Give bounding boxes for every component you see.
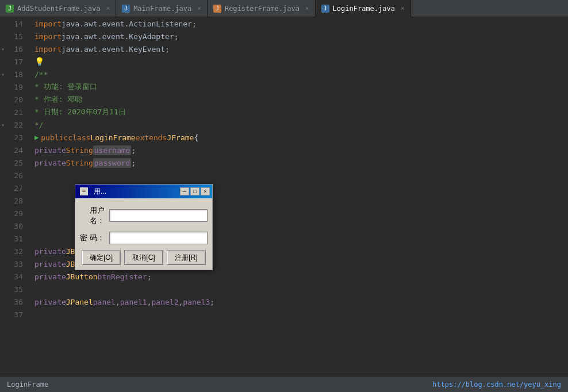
register-button[interactable]: 注册[R] — [167, 250, 206, 265]
username-input[interactable] — [109, 209, 208, 222]
code-line-19: * 功能: 登录窗口 — [34, 80, 568, 93]
status-class-name: LoginFrame — [7, 381, 48, 389]
code-line-35 — [34, 283, 568, 295]
dialog-buttons: 确定[O] 取消[C] 注册[R] — [80, 250, 208, 265]
code-line-36: private JPanel panel , panel1 , panel2 ,… — [34, 295, 568, 308]
line-30: 30 — [0, 220, 28, 232]
run-arrow-icon: ▶ — [34, 133, 39, 141]
fold-icon-18[interactable]: ▾ — [1, 71, 5, 78]
code-line-20: * 作者: 邓聪 — [34, 93, 568, 106]
code-line-23: ▶ public class LoginFrame extends JFrame… — [34, 131, 568, 144]
line-20: 20 — [0, 93, 28, 106]
password-input[interactable] — [109, 232, 208, 244]
code-line-22: */ — [34, 118, 568, 131]
username-row: 用户名： — [80, 205, 208, 226]
code-line-18: /** — [34, 68, 568, 80]
line-37: 37 — [0, 308, 28, 321]
code-line-14: import java.awt.event.ActionListener; — [34, 17, 568, 30]
dialog-controls: ─ □ × — [180, 187, 210, 195]
line-28: 28 — [0, 194, 28, 207]
code-line-24: private String username ; — [34, 144, 568, 156]
code-line-15: import java.awt.event.KeyAdapter; — [34, 30, 568, 43]
username-highlight: username — [93, 145, 132, 155]
dialog-minimize-button[interactable]: ─ — [180, 187, 189, 195]
tab-close-2[interactable]: × — [197, 5, 201, 12]
login-dialog: ☕ 用... ─ □ × 用户名： 密 码： 确定[O] 取消[C] 注册[R] — [75, 184, 213, 270]
line-24: 24 — [0, 144, 28, 156]
code-line-26 — [34, 169, 568, 182]
line-numbers: 14 15 ▾ 16 17 ▾ 18 19 20 21 ▾ 22 23 24 2… — [0, 17, 28, 376]
tab-icon-2: J — [122, 5, 130, 13]
dialog-title: 用... — [94, 187, 106, 197]
line-29: 29 — [0, 207, 28, 220]
tab-icon-1: J — [6, 5, 14, 13]
dialog-maximize-button[interactable]: □ — [190, 187, 199, 195]
fold-icon-22[interactable]: ▾ — [1, 122, 5, 128]
line-26: 26 — [0, 169, 28, 182]
line-16: ▾ 16 — [0, 43, 28, 55]
line-14: 14 — [0, 17, 28, 30]
line-36: 36 — [0, 295, 28, 308]
line-33: 33 — [0, 258, 28, 270]
line-35: 35 — [0, 283, 28, 295]
tab-bar: J AddStudentFrame.java × J MainFrame.jav… — [0, 0, 568, 17]
password-label: 密 码： — [80, 233, 105, 243]
tab-label-2: MainFrame.java — [133, 5, 191, 13]
code-line-16: import java.awt.event.KeyEvent; — [34, 43, 568, 55]
tab-close-4[interactable]: × — [401, 5, 405, 12]
line-31: 31 — [0, 232, 28, 245]
line-21: 21 — [0, 106, 28, 118]
line-34: 34 — [0, 270, 28, 283]
password-row: 密 码： — [80, 232, 208, 244]
code-line-25: private String password ; — [34, 156, 568, 169]
cancel-button[interactable]: 取消[C] — [124, 250, 163, 265]
tab-login-frame[interactable]: J LoginFrame.java × — [316, 0, 411, 17]
dialog-close-button[interactable]: × — [201, 187, 210, 195]
line-22: ▾ 22 — [0, 118, 28, 131]
code-line-17: 💡 — [34, 55, 568, 68]
ok-button[interactable]: 确定[O] — [82, 250, 121, 265]
tab-close-3[interactable]: × — [305, 5, 309, 12]
tab-register-frame[interactable]: J RegisterFrame.java × — [208, 0, 316, 17]
tab-label-1: AddStudentFrame.java — [17, 5, 101, 13]
code-line-21: * 日期: 2020年07月11日 — [34, 106, 568, 118]
line-15: 15 — [0, 30, 28, 43]
tab-add-student[interactable]: J AddStudentFrame.java × — [0, 0, 116, 17]
tab-close-1[interactable]: × — [106, 5, 110, 12]
tab-icon-4: J — [321, 5, 329, 13]
status-url: https://blog.csdn.net/yeyu_xing — [432, 381, 561, 389]
lightbulb-icon: 💡 — [34, 57, 44, 66]
code-line-34: private JButton btnRegister ; — [34, 270, 568, 283]
password-highlight: password — [93, 158, 132, 168]
tab-label-3: RegisterFrame.java — [225, 5, 300, 13]
code-line-37 — [34, 308, 568, 321]
dialog-titlebar: ☕ 用... ─ □ × — [75, 185, 212, 198]
dialog-body: 用户名： 密 码： 确定[O] 取消[C] 注册[R] — [75, 198, 212, 270]
line-18: ▾ 18 — [0, 68, 28, 80]
line-25: 25 — [0, 156, 28, 169]
tab-label-4: LoginFrame.java — [333, 5, 395, 13]
line-27: 27 — [0, 182, 28, 194]
tab-main-frame[interactable]: J MainFrame.java × — [116, 0, 208, 17]
fold-icon-16[interactable]: ▾ — [1, 46, 5, 52]
status-bar: LoginFrame https://blog.csdn.net/yeyu_xi… — [0, 376, 568, 392]
username-label: 用户名： — [80, 205, 105, 226]
line-19: 19 — [0, 80, 28, 93]
tab-icon-3: J — [213, 5, 221, 13]
line-32: 32 — [0, 245, 28, 258]
line-23: 23 — [0, 131, 28, 144]
line-17: 17 — [0, 55, 28, 68]
dialog-app-icon: ☕ — [80, 187, 88, 195]
